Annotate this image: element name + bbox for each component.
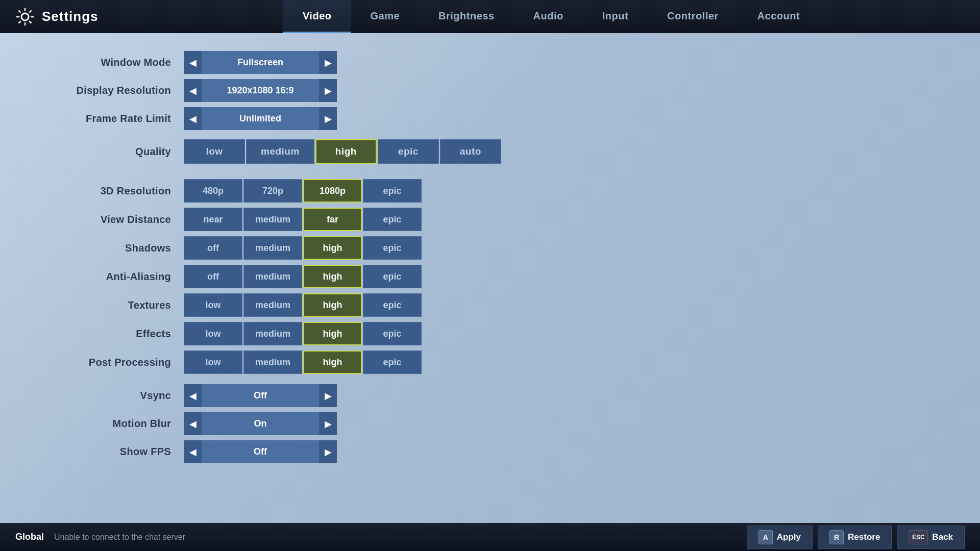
tex-medium[interactable]: medium: [243, 293, 302, 317]
quality-auto[interactable]: auto: [440, 139, 501, 164]
tab-account[interactable]: Account: [738, 0, 820, 33]
motion-blur-next[interactable]: ▶: [319, 412, 337, 435]
quality-high[interactable]: high: [315, 139, 377, 164]
tab-game[interactable]: Game: [351, 0, 419, 33]
vsync-label: Vsync: [41, 390, 184, 402]
window-mode-value: Fullscreen: [202, 57, 319, 68]
settings-content: Window Mode ◀ Fullscreen ▶ Display Resol…: [0, 33, 980, 468]
display-resolution-value: 980x551 16:9: [202, 85, 319, 96]
aa-high[interactable]: high: [303, 265, 362, 288]
shadows-row: Shadows off medium high epic: [41, 236, 980, 260]
post-processing-label: Post Processing: [41, 357, 184, 368]
tab-audio[interactable]: Audio: [514, 0, 583, 33]
tex-high[interactable]: high: [303, 293, 362, 317]
aa-medium[interactable]: medium: [243, 265, 302, 288]
display-resolution-next[interactable]: ▶: [319, 79, 337, 102]
quality-medium[interactable]: medium: [246, 139, 314, 164]
apply-key: A: [758, 530, 773, 544]
resolution-3d-row: 3D Resolution 480p 720p 1080p epic: [41, 179, 980, 203]
window-mode-selector: ◀ Fullscreen ▶: [184, 51, 337, 74]
view-medium[interactable]: medium: [243, 208, 302, 231]
shadows-off[interactable]: off: [184, 236, 242, 260]
pp-high[interactable]: high: [303, 350, 362, 374]
display-resolution-label: Display Resolution: [41, 85, 184, 96]
quality-label: Quality: [41, 146, 184, 158]
frame-rate-next[interactable]: ▶: [319, 107, 337, 130]
res-1080p[interactable]: 1080p: [303, 179, 362, 203]
restore-key: R: [829, 530, 844, 544]
status-message: Unable to connect to the chat server: [54, 533, 185, 542]
tab-brightness[interactable]: Brightness: [419, 0, 513, 33]
shadows-medium[interactable]: medium: [243, 236, 302, 260]
bottom-actions: A Apply R Restore ESC Back: [747, 525, 965, 549]
window-mode-row: Window Mode ◀ Fullscreen ▶: [41, 51, 980, 74]
aa-off[interactable]: off: [184, 265, 242, 288]
frame-rate-prev[interactable]: ◀: [184, 107, 202, 130]
tex-epic[interactable]: epic: [363, 293, 422, 317]
aa-epic[interactable]: epic: [363, 265, 422, 288]
window-mode-label: Window Mode: [41, 57, 184, 68]
restore-label: Restore: [848, 532, 880, 542]
textures-label: Textures: [41, 299, 184, 311]
motion-blur-row: Motion Blur ◀ On ▶: [41, 412, 980, 435]
view-near[interactable]: near: [184, 208, 242, 231]
motion-blur-prev[interactable]: ◀: [184, 412, 202, 435]
eff-epic[interactable]: epic: [363, 322, 422, 345]
window-mode-next[interactable]: ▶: [319, 51, 337, 74]
view-far[interactable]: far: [303, 208, 362, 231]
motion-blur-value: On: [202, 418, 319, 429]
app-title: Settings: [42, 9, 99, 24]
res-480p[interactable]: 480p: [184, 179, 242, 203]
tab-controller[interactable]: Controller: [648, 0, 738, 33]
eff-low[interactable]: low: [184, 322, 242, 345]
view-epic[interactable]: epic: [363, 208, 422, 231]
svg-line-8: [19, 21, 21, 23]
quality-btn-group: low medium high epic auto: [184, 139, 501, 164]
quality-epic[interactable]: epic: [378, 139, 439, 164]
shadows-epic[interactable]: epic: [363, 236, 422, 260]
tab-input[interactable]: Input: [583, 0, 648, 33]
post-processing-row: Post Processing low medium high epic: [41, 350, 980, 374]
restore-button[interactable]: R Restore: [818, 525, 892, 549]
res-720p[interactable]: 720p: [243, 179, 302, 203]
frame-rate-label: Frame Rate Limit: [41, 113, 184, 124]
pp-medium[interactable]: medium: [243, 350, 302, 374]
vsync-prev[interactable]: ◀: [184, 384, 202, 407]
post-processing-btn-group: low medium high epic: [184, 350, 422, 374]
view-distance-label: View Distance: [41, 214, 184, 226]
eff-high[interactable]: high: [303, 322, 362, 345]
show-fps-value: Off: [202, 446, 319, 457]
svg-point-0: [21, 13, 29, 20]
eff-medium[interactable]: medium: [243, 322, 302, 345]
frame-rate-row: Frame Rate Limit ◀ Unlimited ▶: [41, 107, 980, 130]
bottombar: Global Unable to connect to the chat ser…: [0, 523, 980, 551]
apply-button[interactable]: A Apply: [747, 525, 813, 549]
display-resolution-prev[interactable]: ◀: [184, 79, 202, 102]
apply-label: Apply: [777, 532, 801, 542]
window-mode-prev[interactable]: ◀: [184, 51, 202, 74]
display-resolution-selector: ◀ 980x551 16:9 ▶: [184, 79, 337, 102]
tex-low[interactable]: low: [184, 293, 242, 317]
show-fps-next[interactable]: ▶: [319, 440, 337, 463]
quality-row: Quality low medium high epic auto: [41, 139, 980, 164]
shadows-high[interactable]: high: [303, 236, 362, 260]
tab-video[interactable]: Video: [283, 0, 351, 33]
show-fps-prev[interactable]: ◀: [184, 440, 202, 463]
back-label: Back: [932, 532, 953, 542]
pp-low[interactable]: low: [184, 350, 242, 374]
effects-row: Effects low medium high epic: [41, 322, 980, 345]
textures-row: Textures low medium high epic: [41, 293, 980, 317]
show-fps-row: Show FPS ◀ Off ▶: [41, 440, 980, 463]
topbar: Settings Video Game Brightness Audio Inp…: [0, 0, 980, 33]
pp-epic[interactable]: epic: [363, 350, 422, 374]
back-key: ESC: [909, 530, 928, 544]
nav-tabs: Video Game Brightness Audio Input Contro…: [122, 0, 980, 33]
svg-line-6: [30, 21, 32, 23]
vsync-next[interactable]: ▶: [319, 384, 337, 407]
quality-low[interactable]: low: [184, 139, 245, 164]
display-resolution-row: Display Resolution ◀ 980x551 16:9 ▶: [41, 79, 980, 102]
back-button[interactable]: ESC Back: [897, 525, 965, 549]
res-epic[interactable]: epic: [363, 179, 422, 203]
effects-label: Effects: [41, 328, 184, 340]
frame-rate-selector: ◀ Unlimited ▶: [184, 107, 337, 130]
